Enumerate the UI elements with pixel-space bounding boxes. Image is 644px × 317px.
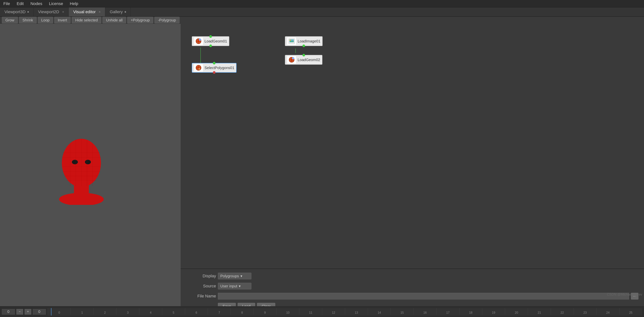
ruler-mark: 22 xyxy=(551,308,574,315)
ruler-mark: 19 xyxy=(482,308,505,315)
node-loadgeom02[interactable]: LoadGeom02 xyxy=(285,55,322,65)
menubar: File Edit Nodes License Help xyxy=(0,0,644,8)
left-panel: Grow Shrink Loop Invert Hide selected Un… xyxy=(0,17,181,310)
ruler-mark: 4 xyxy=(139,308,162,315)
loadgeom01-connector-top xyxy=(209,35,212,38)
filename-row: File Name ⋯ xyxy=(186,293,638,300)
node-loadgeom01[interactable]: LoadGeom01 xyxy=(192,36,229,46)
display-dropdown[interactable]: Polygroups ▾ xyxy=(218,273,252,280)
tab-visual-editor-label: Visual editor xyxy=(73,10,96,14)
ruler-mark: 9 xyxy=(254,308,276,315)
tab-viewport2d-close[interactable]: × xyxy=(62,10,64,14)
ruler-mark: 17 xyxy=(436,308,459,315)
source-value: User input xyxy=(220,284,237,288)
source-chevron-icon: ▾ xyxy=(239,284,240,288)
tab-viewport2d[interactable]: Viewport2D × xyxy=(34,8,69,16)
ruler-mark: 6 xyxy=(185,308,208,315)
add-polygroup-button[interactable]: +Polygroup xyxy=(127,17,153,24)
ruler-mark: 5 xyxy=(162,308,185,315)
viewport[interactable] xyxy=(0,24,181,316)
source-row: Source User input ▾ xyxy=(186,283,638,290)
ruler-mark: 12 xyxy=(322,308,345,315)
svg-point-3 xyxy=(72,160,78,164)
toolbar: Grow Shrink Loop Invert Hide selected Un… xyxy=(0,17,181,24)
timeline-start[interactable] xyxy=(2,309,15,314)
ruler-mark: 1 xyxy=(70,308,94,315)
svg-point-29 xyxy=(292,57,294,60)
display-row: Display Polygroups ▾ xyxy=(186,273,638,280)
tabbar: Viewport3D Viewport2D × Visual editor × … xyxy=(0,8,644,17)
ruler-mark: 24 xyxy=(596,308,619,315)
node-selectpolygons01[interactable]: SelectPolygons01 xyxy=(192,63,236,73)
source-label: Source xyxy=(186,284,216,288)
ruler-mark: 16 xyxy=(414,308,436,315)
ruler-mark: 14 xyxy=(368,308,391,315)
svg-point-30 xyxy=(196,65,201,70)
display-label: Display xyxy=(186,274,216,278)
loadgeom01-connector-bottom xyxy=(209,44,212,47)
node-loadimage01[interactable]: LoadImage01 xyxy=(285,36,322,46)
menu-file[interactable]: File xyxy=(2,0,11,7)
svg-point-4 xyxy=(85,160,91,164)
menu-help[interactable]: Help xyxy=(68,0,80,7)
properties-panel: Display Polygroups ▾ Source User input ▾… xyxy=(181,268,644,310)
main-layout: Grow Shrink Loop Invert Hide selected Un… xyxy=(0,17,644,310)
tab-gallery[interactable]: Gallery xyxy=(105,8,131,16)
ruler-mark: 8 xyxy=(230,308,254,315)
node-editor[interactable]: LoadGeom01 LoadImage01 xyxy=(181,17,644,310)
tab-viewport3d[interactable]: Viewport3D xyxy=(0,8,34,16)
ruler-mark: 3 xyxy=(116,308,139,315)
menu-nodes[interactable]: Nodes xyxy=(29,0,44,7)
ruler-mark: 23 xyxy=(574,308,596,315)
timeline-plus-button[interactable]: + xyxy=(24,309,31,314)
ruler-mark: 7 xyxy=(208,308,230,315)
menu-edit[interactable]: Edit xyxy=(15,0,25,7)
watermark: CSDN @Michaeliu_dev xyxy=(607,292,642,296)
connections-svg xyxy=(181,17,644,310)
tab-gallery-dot xyxy=(124,11,126,13)
timeline-minus-button[interactable]: − xyxy=(16,309,23,314)
loadimage01-connector-bottom xyxy=(302,44,305,47)
svg-point-2 xyxy=(59,193,104,205)
selectpolygons01-connector-top xyxy=(213,62,216,64)
filename-input[interactable] xyxy=(218,293,629,300)
loadimage01-icon xyxy=(287,38,296,45)
ruler-mark: 13 xyxy=(345,308,368,315)
tab-viewport3d-dot xyxy=(28,11,29,13)
unhide-all-button[interactable]: Unhide all xyxy=(102,17,126,24)
timeline-ruler[interactable]: 0123456789101112131415161718192021222324… xyxy=(48,308,642,316)
tab-visual-editor-close[interactable]: × xyxy=(99,10,101,14)
timeline-controls: − + xyxy=(2,309,46,314)
ruler-mark: 15 xyxy=(390,308,414,315)
display-chevron-icon: ▾ xyxy=(240,274,242,278)
loadgeom02-connector-top xyxy=(302,54,305,56)
loadgeom02-label: LoadGeom02 xyxy=(298,58,320,62)
loop-button[interactable]: Loop xyxy=(38,17,53,24)
filename-label: File Name xyxy=(186,294,216,298)
tab-viewport3d-label: Viewport3D xyxy=(4,10,26,14)
ruler-marks: 0123456789101112131415161718192021222324… xyxy=(48,308,642,316)
grow-button[interactable]: Grow xyxy=(2,17,18,24)
selectpolygons01-connector-bottom xyxy=(213,71,216,74)
timeline: − + 012345678910111213141516171819202122… xyxy=(0,306,644,317)
loadgeom01-icon xyxy=(194,38,203,45)
remove-polygroup-button[interactable]: -Polygroup xyxy=(154,17,180,24)
timeline-end[interactable] xyxy=(33,309,46,314)
tab-viewport2d-label: Viewport2D xyxy=(38,10,59,14)
shrink-button[interactable]: Shrink xyxy=(19,17,37,24)
loadgeom01-label: LoadGeom01 xyxy=(204,39,227,44)
display-value: Polygroups xyxy=(220,274,239,278)
svg-point-25 xyxy=(290,40,291,41)
head-model xyxy=(54,134,109,206)
invert-button[interactable]: Invert xyxy=(54,17,70,24)
hide-selected-button[interactable]: Hide selected xyxy=(72,17,101,24)
ruler-mark: 2 xyxy=(94,308,116,315)
loadimage01-label: LoadImage01 xyxy=(298,39,320,44)
tab-visual-editor[interactable]: Visual editor × xyxy=(69,8,105,16)
ruler-mark: 18 xyxy=(459,308,482,315)
loadgeom02-icon xyxy=(287,56,296,64)
head-svg xyxy=(54,134,109,205)
source-dropdown[interactable]: User input ▾ xyxy=(218,283,252,290)
menu-license[interactable]: License xyxy=(48,0,64,7)
ruler-mark: 10 xyxy=(276,308,299,315)
